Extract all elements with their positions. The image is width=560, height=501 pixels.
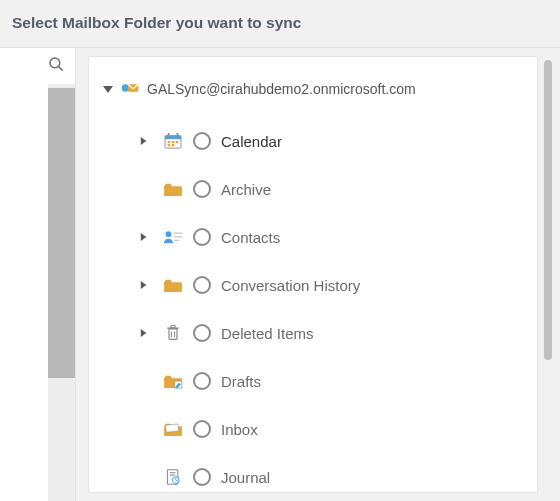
left-scrollbar-thumb[interactable] xyxy=(48,88,75,378)
svg-rect-11 xyxy=(172,141,175,143)
folder-radio[interactable] xyxy=(193,276,211,294)
svg-marker-21 xyxy=(141,329,147,337)
folder-label: Deleted Items xyxy=(221,325,537,342)
left-panel xyxy=(0,48,76,501)
folder-label: Contacts xyxy=(221,229,537,246)
svg-marker-20 xyxy=(141,281,147,289)
svg-rect-9 xyxy=(177,133,179,137)
svg-rect-7 xyxy=(165,136,181,140)
search-icon[interactable] xyxy=(47,55,65,77)
calendar-icon xyxy=(159,133,187,149)
folder-label: Archive xyxy=(221,181,537,198)
mailbox-icon xyxy=(121,81,139,98)
chevron-down-icon[interactable] xyxy=(103,84,113,94)
left-scrollbar[interactable] xyxy=(48,84,75,501)
folder-icon xyxy=(159,181,187,197)
svg-marker-5 xyxy=(141,137,147,145)
right-scrollbar-thumb[interactable] xyxy=(544,60,552,360)
dialog-body: GALSync@cirahubdemo2.onmicrosoft.com Cal… xyxy=(0,48,560,501)
folder-row[interactable]: Conversation History xyxy=(89,261,537,309)
chevron-right-icon[interactable] xyxy=(135,137,153,145)
svg-marker-15 xyxy=(141,233,147,241)
svg-rect-22 xyxy=(169,329,177,339)
folder-row[interactable]: Deleted Items xyxy=(89,309,537,357)
svg-rect-12 xyxy=(176,141,179,143)
chevron-right-icon[interactable] xyxy=(135,329,153,337)
folder-radio[interactable] xyxy=(193,324,211,342)
dialog-title: Select Mailbox Folder you want to sync xyxy=(0,0,560,48)
mailbox-address: GALSync@cirahubdemo2.onmicrosoft.com xyxy=(147,81,416,97)
svg-rect-18 xyxy=(174,236,182,237)
svg-rect-8 xyxy=(168,133,170,137)
folder-radio[interactable] xyxy=(193,372,211,390)
folder-radio[interactable] xyxy=(193,228,211,246)
svg-rect-24 xyxy=(171,325,175,327)
trash-icon xyxy=(159,325,187,341)
svg-rect-30 xyxy=(170,472,176,473)
chevron-right-icon[interactable] xyxy=(135,281,153,289)
folder-radio[interactable] xyxy=(193,180,211,198)
svg-rect-17 xyxy=(174,232,182,233)
folder-list: CalendarArchiveContactsConversation Hist… xyxy=(89,117,537,493)
folder-tree: GALSync@cirahubdemo2.onmicrosoft.com Cal… xyxy=(88,56,538,493)
svg-rect-14 xyxy=(172,144,175,146)
svg-point-16 xyxy=(166,231,172,237)
search-row xyxy=(0,48,75,85)
folder-row[interactable]: Journal xyxy=(89,453,537,493)
folder-label: Journal xyxy=(221,469,537,486)
drafts-icon xyxy=(159,373,187,389)
folder-label: Conversation History xyxy=(221,277,537,294)
svg-marker-2 xyxy=(103,86,113,93)
svg-rect-13 xyxy=(168,144,171,146)
folder-label: Calendar xyxy=(221,133,537,150)
folder-label: Inbox xyxy=(221,421,537,438)
mailbox-root[interactable]: GALSync@cirahubdemo2.onmicrosoft.com xyxy=(89,75,537,103)
svg-point-0 xyxy=(50,58,60,68)
contacts-icon xyxy=(159,229,187,245)
folder-radio[interactable] xyxy=(193,420,211,438)
folder-row[interactable]: Contacts xyxy=(89,213,537,261)
folder-row[interactable]: Inbox xyxy=(89,405,537,453)
chevron-right-icon[interactable] xyxy=(135,233,153,241)
svg-rect-10 xyxy=(168,141,171,143)
folder-row[interactable]: Archive xyxy=(89,165,537,213)
svg-line-1 xyxy=(59,67,63,71)
svg-rect-28 xyxy=(166,424,179,432)
right-panel: GALSync@cirahubdemo2.onmicrosoft.com Cal… xyxy=(76,48,560,501)
folder-row[interactable]: Drafts xyxy=(89,357,537,405)
folder-radio[interactable] xyxy=(193,468,211,486)
folder-radio[interactable] xyxy=(193,132,211,150)
journal-icon xyxy=(159,469,187,485)
inbox-icon xyxy=(159,421,187,437)
svg-rect-31 xyxy=(170,475,176,476)
right-scrollbar[interactable] xyxy=(544,60,552,489)
folder-label: Drafts xyxy=(221,373,537,390)
folder-icon xyxy=(159,277,187,293)
svg-rect-19 xyxy=(174,240,179,241)
left-content xyxy=(0,84,49,501)
folder-row[interactable]: Calendar xyxy=(89,117,537,165)
